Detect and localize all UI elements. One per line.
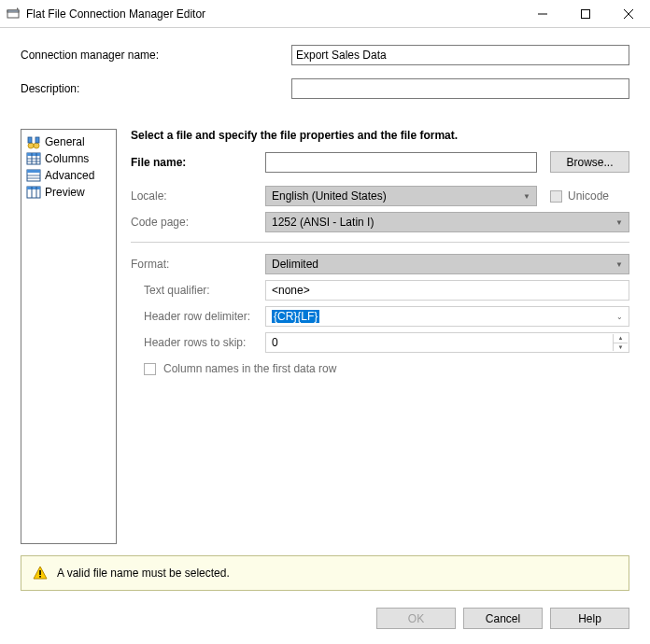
general-icon (26, 134, 41, 149)
locale-label: Locale: (131, 189, 265, 203)
sidebar-label: General (45, 135, 85, 148)
chevron-down-icon: ▼ (615, 218, 623, 227)
unicode-checkbox[interactable] (550, 190, 562, 203)
preview-icon (26, 185, 41, 200)
spinner-down-icon[interactable]: ▼ (613, 343, 628, 352)
format-label: Format: (131, 258, 265, 271)
header-delimiter-dropdown[interactable]: {CR}{LF} ⌄ (265, 306, 629, 327)
file-name-label: File name: (131, 156, 265, 169)
codepage-label: Code page: (131, 216, 265, 229)
chevron-down-icon: ▼ (523, 192, 530, 201)
svg-rect-1 (7, 10, 19, 12)
locale-dropdown[interactable]: English (United States) ▼ (265, 186, 537, 206)
text-qualifier-input[interactable]: <none> (265, 280, 629, 301)
cancel-button[interactable]: Cancel (463, 608, 543, 629)
sidebar-item-advanced[interactable]: Advanced (23, 167, 114, 184)
colnames-checkbox[interactable] (144, 363, 156, 375)
close-button[interactable] (607, 0, 650, 27)
svg-point-7 (28, 143, 34, 148)
spinner-up-icon[interactable]: ▲ (613, 334, 628, 343)
format-value: Delimited (272, 258, 318, 271)
header-delimiter-value: {CR}{LF} (272, 310, 319, 323)
svg-rect-27 (39, 576, 41, 578)
header-delimiter-label: Header row delimiter: (144, 310, 265, 323)
locale-value: English (United States) (272, 189, 387, 203)
connection-name-label: Connection manager name: (21, 49, 291, 62)
svg-rect-4 (582, 9, 590, 18)
warning-banner: A valid file name must be selected. (21, 555, 629, 591)
text-qualifier-label: Text qualifier: (144, 284, 265, 297)
sidebar-item-general[interactable]: General (23, 133, 114, 150)
svg-rect-12 (27, 153, 40, 156)
svg-rect-10 (35, 137, 39, 143)
chevron-down-icon: ▼ (615, 260, 623, 269)
description-input[interactable] (291, 78, 629, 99)
ok-button: OK (376, 608, 456, 629)
sidebar-label: Columns (45, 152, 89, 165)
browse-button[interactable]: Browse... (550, 151, 629, 173)
svg-rect-18 (27, 170, 40, 173)
nav-sidebar: General Columns Advanced Preview (21, 129, 117, 544)
sidebar-label: Advanced (45, 169, 94, 182)
format-dropdown[interactable]: Delimited ▼ (265, 254, 629, 274)
description-label: Description: (21, 82, 291, 95)
chevron-down-icon: ⌄ (616, 313, 623, 321)
header-skip-input[interactable]: 0 ▲ ▼ (265, 332, 629, 353)
maximize-button[interactable] (564, 0, 607, 27)
help-button[interactable]: Help (550, 608, 629, 629)
connection-name-input[interactable] (291, 45, 629, 65)
warning-text: A valid file name must be selected. (57, 567, 230, 580)
advanced-icon (26, 168, 41, 183)
app-icon (6, 7, 21, 21)
minimize-button[interactable] (521, 0, 564, 27)
header-skip-label: Header rows to skip: (144, 336, 265, 349)
text-qualifier-value: <none> (272, 284, 310, 297)
codepage-value: 1252 (ANSI - Latin I) (272, 216, 374, 229)
instruction-text: Select a file and specify the file prope… (131, 129, 629, 142)
columns-icon (26, 151, 41, 166)
warning-icon (33, 566, 48, 581)
divider (131, 242, 629, 243)
sidebar-item-preview[interactable]: Preview (23, 184, 114, 201)
svg-rect-9 (28, 137, 32, 143)
header-skip-value: 0 (272, 336, 278, 349)
sidebar-item-columns[interactable]: Columns (23, 150, 114, 167)
unicode-label: Unicode (568, 189, 609, 203)
svg-rect-22 (27, 187, 40, 189)
file-name-input[interactable] (265, 152, 537, 173)
codepage-dropdown[interactable]: 1252 (ANSI - Latin I) ▼ (265, 212, 629, 232)
window-title: Flat File Connection Manager Editor (26, 7, 521, 21)
title-bar: Flat File Connection Manager Editor (0, 0, 650, 28)
sidebar-label: Preview (45, 186, 85, 199)
svg-rect-26 (39, 570, 41, 575)
svg-marker-2 (17, 7, 19, 9)
colnames-label: Column names in the first data row (163, 362, 336, 375)
svg-point-8 (34, 143, 39, 148)
